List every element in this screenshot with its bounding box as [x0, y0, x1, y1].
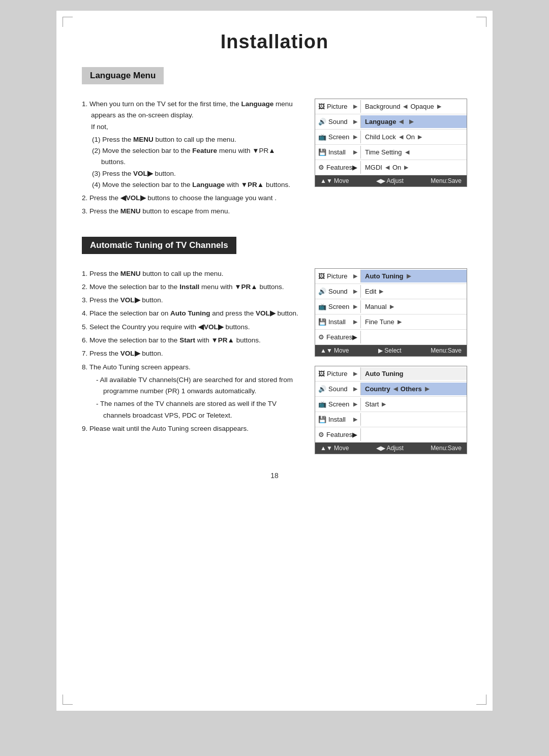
menu-select-label: ▶ Select — [378, 347, 402, 354]
menu-left-sound: 🔊 Sound ▶ — [315, 115, 361, 128]
features-icon: ⚙ — [318, 333, 324, 341]
list-item: 4. Place the selection bar on Auto Tunin… — [82, 308, 299, 319]
section2-heading: Automatic Tuning of TV Channels — [82, 237, 236, 254]
menu-left-install: 💾 Install ▶ — [315, 146, 361, 159]
menu-row: 🖼 Picture ▶ Background ◀ Opaque ▶ — [315, 99, 467, 114]
arrow-right-icon: ▶ — [382, 401, 386, 407]
list-item: 5. Select the Country you require with ◀… — [82, 322, 299, 333]
menu-right-childlock: Child Lock ◀ On ▶ — [361, 131, 467, 143]
menu-left-features: ⚙ Features▶ — [315, 331, 361, 343]
page-number: 18 — [82, 471, 467, 480]
menu-row: 🔊 Sound ▶ Country ◀ Others ▶ — [315, 382, 467, 397]
menu-row: ⚙ Features▶ — [315, 427, 467, 443]
menu-left-picture: 🖼 Picture ▶ — [315, 367, 361, 380]
section1-text: 1. When you turn on the TV set for the f… — [82, 99, 299, 219]
menu-right-background: Background ◀ Opaque ▶ — [361, 100, 467, 113]
list-item: 1. When you turn on the TV set for the f… — [82, 99, 299, 191]
menu-right-empty3 — [361, 432, 467, 437]
arrow-right-icon: ▶ — [390, 303, 394, 310]
arrow-right-icon: ▶ — [353, 386, 357, 392]
list-item: 2. Press the ◀VOL▶ buttons to choose the… — [82, 193, 299, 204]
list-item: 9. Please wait until the Auto Tuning scr… — [82, 423, 299, 434]
screen-icon: 📺 — [318, 133, 326, 141]
arrow-right-icon: ▶ — [418, 134, 422, 140]
menu-right-language: Language ◀ ▶ — [361, 115, 467, 128]
menu-row: ⚙ Features▶ MGDI ◀ On ▶ — [315, 160, 467, 175]
arrow-right-icon: ▶ — [353, 118, 357, 125]
sound-icon: 🔊 — [318, 118, 326, 125]
list-item: (2) Move the selection bar to the Featur… — [101, 145, 299, 168]
menu-adjust-label: ◀▶ Adjust — [376, 445, 404, 452]
menu-left-install: 💾 Install ▶ — [315, 316, 361, 328]
menu-row: 🖼 Picture ▶ Auto Tuning ▶ — [315, 269, 467, 284]
arrow-left-icon: ◀ — [399, 118, 403, 125]
arrow-right-icon: ▶ — [353, 401, 357, 407]
list-item: 7. Press the VOL▶ button. — [82, 348, 299, 359]
list-item: 2. Move the selection bar to the Install… — [82, 281, 299, 293]
list-item: 8. The Auto Tuning screen appears. - All… — [82, 362, 299, 421]
section2-text: 1. Press the MENU button to call up the … — [82, 268, 299, 436]
list-item: - All available TV channels(CH) are sear… — [96, 374, 299, 397]
menu-move-label: ▲▼ Move — [320, 445, 349, 452]
arrow-right-icon: ▶ — [353, 273, 357, 279]
menu-box-language: 🖼 Picture ▶ Background ◀ Opaque ▶ 🔊 Soun — [315, 99, 467, 187]
menu-row: 💾 Install ▶ Fine Tune ▶ — [315, 314, 467, 330]
install-icon: 💾 — [318, 416, 326, 423]
menu-right-empty — [361, 334, 467, 339]
install-icon: 💾 — [318, 318, 326, 326]
list-item: (1) Press the MENU button to call up the… — [101, 134, 299, 145]
menu-row: ⚙ Features▶ — [315, 330, 467, 345]
arrow-right-icon: ▶ — [353, 303, 357, 310]
arrow-left-icon: ◀ — [385, 164, 389, 171]
arrow-right-icon: ▶ — [353, 288, 357, 295]
menu-right-empty2 — [361, 417, 467, 422]
picture-icon: 🖼 — [318, 103, 325, 110]
menu-left-picture: 🖼 Picture ▶ — [315, 270, 361, 282]
arrow-right-icon: ▶ — [353, 370, 357, 377]
menu-adjust-label: ◀▶ Adjust — [376, 177, 404, 184]
menu-save-label: Menu:Save — [431, 177, 462, 184]
menu-row: 💾 Install ▶ — [315, 412, 467, 427]
menu-left-picture: 🖼 Picture ▶ — [315, 100, 361, 113]
arrow-right-icon: ▶ — [353, 416, 357, 423]
menu-right-mgdi: MGDI ◀ On ▶ — [361, 161, 467, 174]
arrow-right-icon: ▶ — [353, 134, 357, 140]
list-item: (4) Move the selection bar to the Langua… — [101, 179, 299, 191]
arrow-right-icon: ▶ — [353, 149, 357, 155]
menu-right-edit: Edit ▶ — [361, 285, 467, 298]
corner-mark-tr — [476, 17, 486, 27]
menu-row: 🔊 Sound ▶ Edit ▶ — [315, 284, 467, 299]
corner-mark-bl — [63, 695, 73, 705]
arrow-left-icon: ◀ — [403, 103, 407, 110]
menu-right-autotuning: Auto Tuning ▶ — [361, 270, 467, 282]
menu-left-screen: 📺 Screen ▶ — [315, 131, 361, 143]
sound-icon: 🔊 — [318, 385, 326, 393]
menu-row: 🖼 Picture ▶ Auto Tuning — [315, 366, 467, 382]
corner-mark-tl — [63, 17, 73, 27]
step1-num: 1. — [82, 100, 89, 108]
menu-right-finetune: Fine Tune ▶ — [361, 316, 467, 328]
install-icon: 💾 — [318, 148, 326, 156]
menu-left-sound: 🔊 Sound ▶ — [315, 383, 361, 395]
menu-left-install: 💾 Install ▶ — [315, 413, 361, 426]
section1-heading: Language Menu — [82, 67, 164, 84]
menu-left-screen: 📺 Screen ▶ — [315, 300, 361, 313]
list-item: 1. Press the MENU button to call up the … — [82, 268, 299, 279]
menu-row: 🔊 Sound ▶ Language ◀ ▶ — [315, 114, 467, 130]
menu-right-timesetting: Time Setting ◀ — [361, 146, 467, 159]
menu-box-autotuning2: 🖼 Picture ▶ Auto Tuning 🔊 Sound ▶ — [315, 366, 467, 454]
arrow-right-icon: ▶ — [398, 319, 402, 325]
picture-icon: 🖼 — [318, 370, 325, 377]
menu-footer: ▲▼ Move ◀▶ Adjust Menu:Save — [315, 443, 467, 454]
arrow-right-icon: ▶ — [437, 103, 441, 110]
menu-right-start: Start ▶ — [361, 398, 467, 411]
list-item: 6. Move the selection bar to the Start w… — [82, 335, 299, 346]
menu-move-label: ▲▼ Move — [320, 177, 349, 184]
corner-mark-br — [476, 695, 486, 705]
menu-right-autotuning-title: Auto Tuning — [361, 367, 467, 380]
menu-row: 📺 Screen ▶ Start ▶ — [315, 397, 467, 412]
features-icon: ⚙ — [318, 164, 324, 171]
list-item: 3. Press the MENU button to escape from … — [82, 206, 299, 217]
list-item: 3. Press the VOL▶ button. — [82, 295, 299, 306]
menu-right-country: Country ◀ Others ▶ — [361, 383, 467, 395]
